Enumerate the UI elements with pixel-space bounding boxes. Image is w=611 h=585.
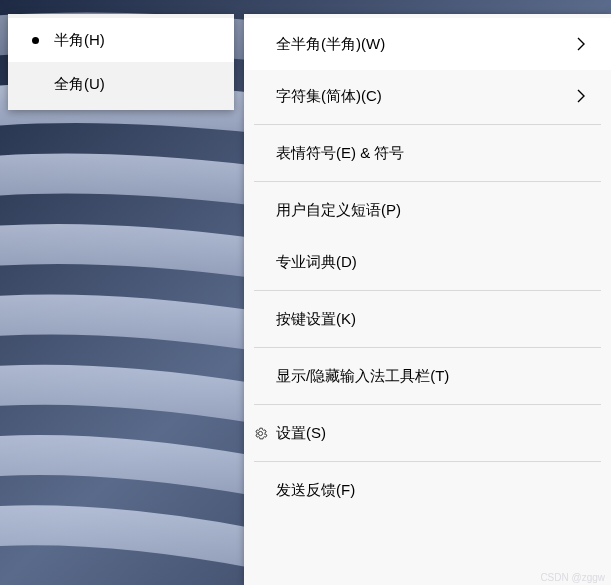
menu-item-label: 发送反馈(F) bbox=[276, 481, 589, 500]
menu-item-halfwidth-fullwidth[interactable]: 全半角(半角)(W) bbox=[244, 18, 611, 70]
menu-item-label: 显示/隐藏输入法工具栏(T) bbox=[276, 367, 589, 386]
menu-separator bbox=[254, 290, 601, 291]
watermark-text: CSDN @zggw bbox=[540, 572, 605, 583]
gear-icon bbox=[250, 426, 270, 441]
radio-selected-icon bbox=[28, 37, 42, 44]
submenu-item-label: 全角(U) bbox=[54, 75, 105, 94]
chevron-right-icon bbox=[573, 36, 589, 52]
menu-separator bbox=[254, 124, 601, 125]
menu-item-label: 字符集(简体)(C) bbox=[276, 87, 573, 106]
menu-separator bbox=[254, 347, 601, 348]
menu-item-label: 专业词典(D) bbox=[276, 253, 589, 272]
chevron-right-icon bbox=[573, 88, 589, 104]
menu-separator bbox=[254, 461, 601, 462]
menu-item-label: 全半角(半角)(W) bbox=[276, 35, 573, 54]
menu-separator bbox=[254, 404, 601, 405]
menu-item-user-phrases[interactable]: 用户自定义短语(P) bbox=[244, 184, 611, 236]
submenu-item-halfwidth[interactable]: 半角(H) bbox=[8, 18, 234, 62]
menu-item-toggle-toolbar[interactable]: 显示/隐藏输入法工具栏(T) bbox=[244, 350, 611, 402]
menu-item-professional-dict[interactable]: 专业词典(D) bbox=[244, 236, 611, 288]
menu-separator bbox=[254, 181, 601, 182]
menu-item-label: 用户自定义短语(P) bbox=[276, 201, 589, 220]
ime-context-menu: 全半角(半角)(W) 字符集(简体)(C) 表情符号(E) & 符号 用户自定义… bbox=[244, 14, 611, 585]
submenu-item-fullwidth[interactable]: 全角(U) bbox=[8, 62, 234, 106]
menu-item-emoji-symbols[interactable]: 表情符号(E) & 符号 bbox=[244, 127, 611, 179]
menu-item-label: 设置(S) bbox=[276, 424, 589, 443]
menu-item-label: 按键设置(K) bbox=[276, 310, 589, 329]
submenu-item-label: 半角(H) bbox=[54, 31, 105, 50]
menu-item-label: 表情符号(E) & 符号 bbox=[276, 144, 589, 163]
menu-item-settings[interactable]: 设置(S) bbox=[244, 407, 611, 459]
menu-item-key-settings[interactable]: 按键设置(K) bbox=[244, 293, 611, 345]
menu-item-send-feedback[interactable]: 发送反馈(F) bbox=[244, 464, 611, 516]
width-submenu: 半角(H) 全角(U) bbox=[8, 14, 234, 110]
menu-item-charset[interactable]: 字符集(简体)(C) bbox=[244, 70, 611, 122]
